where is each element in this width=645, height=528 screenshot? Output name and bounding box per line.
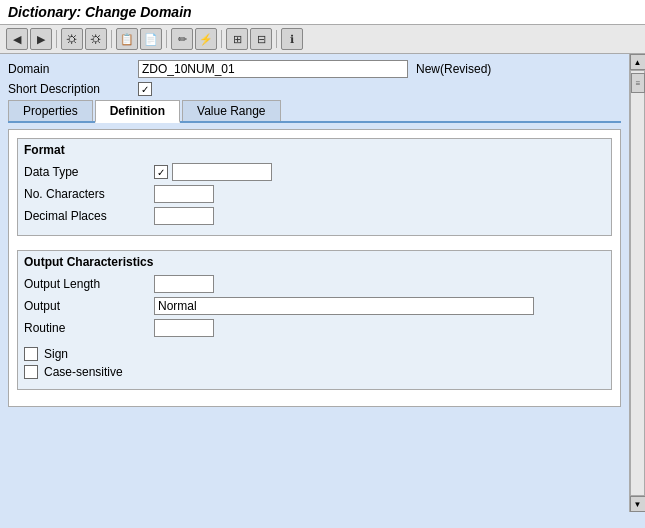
- grid-button-2[interactable]: ⊟: [250, 28, 272, 50]
- content-area: Domain New(Revised) Short Description Pr…: [0, 54, 629, 512]
- back-button[interactable]: ◀: [6, 28, 28, 50]
- no-characters-row: No. Characters: [24, 185, 605, 203]
- edit-button[interactable]: ✏: [171, 28, 193, 50]
- routine-label: Routine: [24, 321, 154, 335]
- tab-definition[interactable]: Definition: [95, 100, 180, 123]
- toolbar: ◀ ▶ ⛭ ⛭ 📋 📄 ✏ ⚡ ⊞ ⊟ ℹ: [0, 25, 645, 54]
- output-label: Output: [24, 299, 154, 313]
- sign-label: Sign: [44, 347, 68, 361]
- decimal-places-row: Decimal Places: [24, 207, 605, 225]
- short-description-label: Short Description: [8, 82, 138, 96]
- data-type-label: Data Type: [24, 165, 154, 179]
- decimal-places-label: Decimal Places: [24, 209, 154, 223]
- data-type-input[interactable]: [172, 163, 272, 181]
- lightning-button[interactable]: ⚡: [195, 28, 217, 50]
- sign-checkbox[interactable]: [24, 347, 38, 361]
- routine-input[interactable]: [154, 319, 214, 337]
- forward-button[interactable]: ▶: [30, 28, 52, 50]
- toolbar-separator-3: [166, 30, 167, 48]
- case-sensitive-label: Case-sensitive: [44, 365, 123, 379]
- domain-input[interactable]: [138, 60, 408, 78]
- output-section-title: Output Characteristics: [24, 255, 605, 269]
- short-description-row: Short Description: [8, 82, 621, 96]
- output-length-row: Output Length: [24, 275, 605, 293]
- output-section: Output Characteristics Output Length Out…: [17, 250, 612, 390]
- toolbar-separator-5: [276, 30, 277, 48]
- format-section: Format Data Type No. Characters Decimal …: [17, 138, 612, 236]
- output-length-input[interactable]: [154, 275, 214, 293]
- data-type-row: Data Type: [24, 163, 605, 181]
- domain-label: Domain: [8, 62, 138, 76]
- domain-row: Domain New(Revised): [8, 60, 621, 78]
- decimal-places-input[interactable]: [154, 207, 214, 225]
- case-sensitive-row: Case-sensitive: [24, 365, 605, 379]
- tab-content-definition: Format Data Type No. Characters Decimal …: [8, 129, 621, 407]
- right-scrollbar[interactable]: ▲ ≡ ▼: [629, 54, 645, 512]
- data-type-checkbox[interactable]: [154, 165, 168, 179]
- short-description-checkbox[interactable]: [138, 82, 152, 96]
- output-row: Output: [24, 297, 605, 315]
- action-button-2[interactable]: ⛭: [85, 28, 107, 50]
- info-button[interactable]: ℹ: [281, 28, 303, 50]
- no-characters-input[interactable]: [154, 185, 214, 203]
- scroll-up-button[interactable]: ▲: [630, 54, 646, 70]
- scrollbar-track[interactable]: ≡: [630, 70, 645, 496]
- no-characters-label: No. Characters: [24, 187, 154, 201]
- toolbar-separator-2: [111, 30, 112, 48]
- toolbar-separator-1: [56, 30, 57, 48]
- tab-properties[interactable]: Properties: [8, 100, 93, 121]
- page-title: Dictionary: Change Domain: [8, 4, 637, 20]
- output-length-label: Output Length: [24, 277, 154, 291]
- main-content: Domain New(Revised) Short Description Pr…: [0, 54, 645, 512]
- case-sensitive-checkbox[interactable]: [24, 365, 38, 379]
- format-section-title: Format: [24, 143, 605, 157]
- toolbar-separator-4: [221, 30, 222, 48]
- sign-row: Sign: [24, 347, 605, 361]
- paste-button[interactable]: 📄: [140, 28, 162, 50]
- copy-button[interactable]: 📋: [116, 28, 138, 50]
- routine-row: Routine: [24, 319, 605, 337]
- tabs-bar: Properties Definition Value Range: [8, 100, 621, 123]
- scrollbar-grip[interactable]: ≡: [631, 73, 645, 93]
- tab-value-range[interactable]: Value Range: [182, 100, 281, 121]
- domain-status: New(Revised): [416, 62, 491, 76]
- scroll-down-button[interactable]: ▼: [630, 496, 646, 512]
- output-input[interactable]: [154, 297, 534, 315]
- grid-button-1[interactable]: ⊞: [226, 28, 248, 50]
- action-button-1[interactable]: ⛭: [61, 28, 83, 50]
- title-bar: Dictionary: Change Domain: [0, 0, 645, 25]
